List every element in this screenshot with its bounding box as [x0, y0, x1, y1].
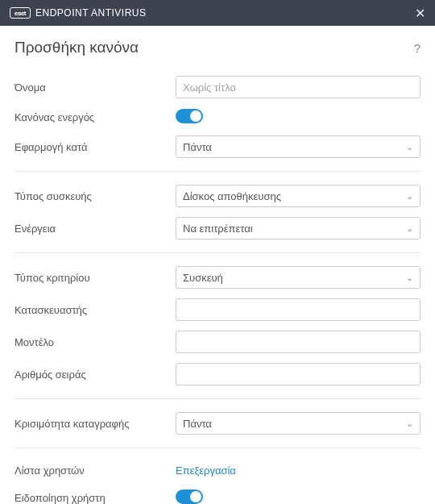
help-icon[interactable]: ? [414, 41, 420, 55]
chevron-down-icon: ⌄ [406, 273, 413, 283]
label-notify-user: Ειδοποίηση χρήστη [14, 492, 176, 504]
row-apply-during: Εφαρμογή κατά Πάντα ⌄ [14, 131, 420, 163]
severity-select[interactable]: Πάντα ⌄ [176, 412, 420, 435]
row-rule-enabled: Κανόνας ενεργός [14, 103, 420, 131]
chevron-down-icon: ⌄ [406, 142, 413, 152]
row-action: Ενέργεια Να επιτρέπεται ⌄ [14, 212, 420, 244]
brand-logo: eset [10, 7, 31, 19]
apply-during-select[interactable]: Πάντα ⌄ [176, 135, 420, 158]
action-value: Να επιτρέπεται [183, 223, 253, 235]
label-apply-during: Εφαρμογή κατά [14, 141, 176, 153]
model-input[interactable] [176, 331, 420, 353]
name-input[interactable] [176, 76, 420, 98]
product-name: ENDPOINT ANTIVIRUS [35, 7, 146, 19]
divider [14, 448, 420, 448]
page-title: Προσθήκη κανόνα [14, 39, 139, 56]
label-model: Μοντέλο [14, 336, 176, 348]
row-device-type: Τύπος συσκευής Δίσκος αποθήκευσης ⌄ [14, 180, 420, 212]
label-severity: Κρισιμότητα καταγραφής [14, 418, 176, 430]
label-rule-enabled: Κανόνας ενεργός [14, 111, 176, 123]
chevron-down-icon: ⌄ [406, 223, 413, 234]
titlebar: eset ENDPOINT ANTIVIRUS ✕ [0, 0, 435, 26]
row-severity: Κρισιμότητα καταγραφής Πάντα ⌄ [14, 407, 420, 439]
vendor-input[interactable] [176, 298, 420, 321]
row-vendor: Κατασκευαστής [14, 294, 420, 326]
header: Προσθήκη κανόνα ? [14, 39, 420, 56]
device-type-select[interactable]: Δίσκος αποθήκευσης ⌄ [176, 185, 420, 207]
label-criteria-type: Τύπος κριτηρίου [14, 272, 176, 284]
device-type-value: Δίσκος αποθήκευσης [183, 190, 281, 202]
label-name: Όνομα [14, 81, 176, 94]
chevron-down-icon: ⌄ [406, 419, 413, 429]
row-model: Μοντέλο [14, 326, 420, 358]
edit-user-list-link[interactable]: Επεξεργασία [176, 464, 236, 477]
row-notify-user: Ειδοποίηση χρήστη [14, 484, 420, 504]
divider [14, 171, 420, 172]
serial-input[interactable] [176, 363, 420, 385]
divider [14, 398, 420, 399]
row-name: Όνομα [14, 71, 420, 103]
chevron-down-icon: ⌄ [406, 191, 413, 202]
label-serial: Αριθμός σειράς [14, 369, 176, 381]
row-serial: Αριθμός σειράς [14, 358, 420, 390]
criteria-type-select[interactable]: Συσκευή ⌄ [176, 266, 420, 289]
close-icon[interactable]: ✕ [415, 6, 425, 21]
label-vendor: Κατασκευαστής [14, 304, 176, 316]
row-user-list: Λίστα χρηστών Επεξεργασία [14, 456, 420, 484]
row-criteria-type: Τύπος κριτηρίου Συσκευή ⌄ [14, 261, 420, 294]
action-select[interactable]: Να επιτρέπεται ⌄ [176, 217, 420, 240]
label-device-type: Τύπος συσκευής [14, 190, 176, 202]
label-action: Ενέργεια [14, 223, 176, 235]
label-user-list: Λίστα χρηστών [14, 464, 176, 477]
apply-during-value: Πάντα [183, 141, 212, 153]
divider [14, 252, 420, 253]
rule-enabled-toggle[interactable] [176, 109, 203, 123]
notify-user-toggle[interactable] [176, 489, 203, 504]
content: Προσθήκη κανόνα ? Όνομα Κανόνας ενεργός … [0, 26, 435, 504]
brand: eset ENDPOINT ANTIVIRUS [10, 7, 146, 19]
severity-value: Πάντα [183, 418, 212, 430]
criteria-type-value: Συσκευή [183, 272, 223, 284]
